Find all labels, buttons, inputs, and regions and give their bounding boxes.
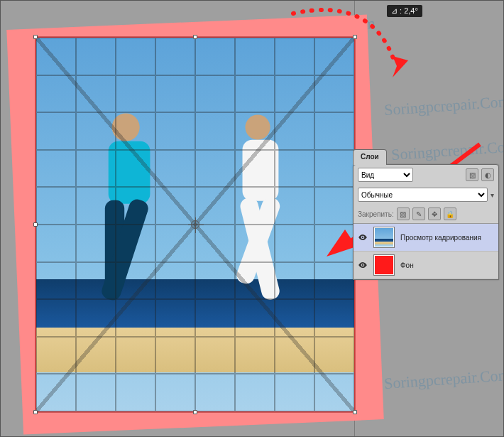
layer-list: Просмотр кадрирования Фон [354,223,498,279]
layers-panel-tab[interactable]: Слои [353,149,387,165]
lock-paint-icon[interactable]: ✎ [412,207,425,220]
visibility-eye-icon[interactable] [358,260,368,270]
layer-row-background[interactable]: Фон [354,252,498,279]
lock-position-icon[interactable]: ✥ [428,207,441,220]
lock-transparency-icon[interactable]: ▨ [397,207,410,220]
layer-row-crop-preview[interactable]: Просмотр кадрирования [354,224,498,252]
layer-name: Фон [400,261,494,269]
layer-thumbnail[interactable] [373,254,395,276]
layer-name: Просмотр кадрирования [400,234,494,242]
svg-rect-1 [109,141,150,204]
layers-panel: Слои Вид ▧ ◐ Обычные ▾ Закрепить: ▨ ✎ ✥ … [353,164,499,280]
layer-kind-select[interactable]: Вид [358,168,413,182]
visibility-eye-icon[interactable] [358,232,368,242]
svg-point-4 [245,115,270,140]
svg-point-0 [112,114,140,141]
svg-marker-10 [327,230,356,257]
blend-mode-select[interactable]: Обычные [358,188,488,202]
svg-point-12 [362,264,363,266]
annotation-arc-arrow-icon [286,4,414,82]
svg-point-11 [362,237,363,238]
filter-pixel-icon[interactable]: ▧ [466,168,478,181]
photo-content [35,37,355,412]
photo-in-crop[interactable] [35,36,356,413]
watermark: Soringpcrepair.Com [383,366,504,393]
svg-rect-5 [243,140,279,201]
lock-all-icon[interactable]: 🔒 [444,207,456,220]
lock-label: Закрепить: [358,210,394,218]
svg-marker-8 [393,56,408,77]
layer-thumbnail[interactable] [373,227,395,248]
filter-adjust-icon[interactable]: ◐ [481,168,494,181]
watermark: Soringpcrepair.Com [383,92,504,119]
blend-dropdown-arrow-icon: ▾ [491,191,494,199]
